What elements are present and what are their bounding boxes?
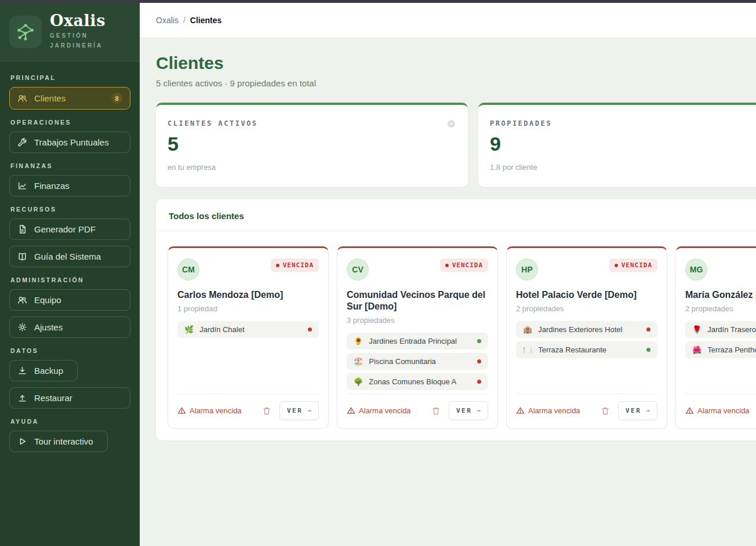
stat-value: 9 [490, 133, 756, 155]
client-name: Hotel Palacio Verde [Demo] [516, 289, 657, 301]
property-emoji-icon: 🌹 [692, 325, 702, 334]
badge-dot-icon [276, 264, 279, 267]
avatar: CM [177, 259, 199, 281]
content: Clientes 5 clientes activos · 9 propieda… [140, 38, 756, 464]
delete-client-button[interactable] [601, 406, 610, 416]
property-emoji-icon: 🏨 [523, 325, 532, 334]
sidebar-item-clientes[interactable]: Clientes 8 [9, 87, 130, 110]
property-emoji-icon: 🍽️ [523, 345, 532, 354]
arrow-right-icon: → [646, 407, 650, 414]
breadcrumb-current: Clientes [190, 16, 221, 25]
delete-client-button[interactable] [431, 406, 441, 416]
sidebar-section-recursos: RECURSOS Generador PDF Guía del Sistema [9, 206, 130, 267]
property-status-dot [477, 359, 481, 363]
window-top-bar [0, 0, 756, 3]
sidebar-section-label: PRINCIPAL [10, 74, 130, 81]
sidebar-section-label: RECURSOS [10, 206, 130, 213]
sidebar-section-operaciones: OPERACIONES Trabajos Puntuales [9, 119, 130, 153]
sidebar-item-finanzas[interactable]: Finanzas [9, 175, 130, 196]
client-property-count: 2 propiedades [685, 304, 756, 313]
property-row: 🌻 Jardines Entrada Principal [347, 333, 488, 350]
overdue-alarm: Alarma vencida [516, 406, 580, 415]
card-footer: Alarma vencida VER→ [685, 394, 756, 420]
property-row: 🌹 Jardín Trasero [685, 321, 756, 338]
property-name: Jardines Entrada Principal [369, 337, 457, 345]
warning-icon [516, 406, 525, 415]
breadcrumb: Oxalis / Clientes [140, 3, 756, 38]
avatar: HP [516, 259, 538, 281]
property-emoji-icon: 🌻 [354, 337, 363, 345]
view-client-button[interactable]: VER→ [618, 401, 657, 420]
stat-card-propiedades: PROPIEDADES 9 1.8 por cliente [478, 103, 756, 187]
sidebar-item-restaurar[interactable]: Restaurar [9, 387, 130, 409]
property-status-dot [477, 339, 481, 343]
sidebar-item-label: Restaurar [34, 393, 72, 403]
arrow-right-icon: → [477, 407, 481, 414]
sidebar-item-guia-del-sistema[interactable]: Guía del Sistema [9, 246, 130, 267]
property-emoji-icon: 🌺 [692, 345, 702, 354]
sidebar-item-label: Clientes [34, 93, 66, 103]
status-badge: VENCIDA [440, 259, 488, 272]
view-client-button[interactable]: VER→ [449, 401, 488, 420]
property-name: Jardín Trasero [707, 325, 756, 334]
brand-logo[interactable]: Oxalis GESTIÓN JARDINERÍA [0, 3, 140, 61]
breadcrumb-separator: / [183, 16, 186, 25]
sidebar-item-label: Tour interactivo [34, 436, 93, 446]
trash-icon [601, 406, 610, 416]
delete-client-button[interactable] [262, 406, 271, 416]
stats-row: CLIENTES ACTIVOS 5 en tu empresa PROPIED… [156, 103, 756, 187]
client-card-carlos-mendoza-demo: CM VENCIDA Carlos Mendoza [Demo] 1 propi… [168, 246, 329, 429]
sidebar: Oxalis GESTIÓN JARDINERÍA PRINCIPAL Clie… [0, 0, 140, 546]
sidebar-item-generador-pdf[interactable]: Generador PDF [9, 219, 130, 240]
sidebar-section-label: ADMINISTRACIÓN [10, 276, 130, 283]
client-name: Carlos Mendoza [Demo] [177, 289, 319, 301]
client-name: María González [Demo] [685, 289, 756, 301]
property-name: Terraza Penthouse [707, 345, 756, 354]
property-emoji-icon: 🌳 [354, 377, 363, 386]
trash-icon [431, 406, 441, 416]
sidebar-item-backup[interactable]: Backup [9, 360, 78, 381]
play-icon [17, 436, 27, 446]
client-card-comunidad-vecinos-parque-del-sur-demo: CV VENCIDA Comunidad Vecinos Parque del … [337, 246, 498, 429]
property-row: 🏨 Jardines Exteriores Hotel [516, 321, 657, 338]
client-card-hotel-palacio-verde-demo: HP VENCIDA Hotel Palacio Verde [Demo] 2 … [506, 246, 667, 429]
badge-dot-icon [445, 264, 449, 267]
sidebar-section-label: FINANZAS [10, 162, 130, 169]
view-client-button[interactable]: VER→ [279, 401, 319, 420]
property-emoji-icon: 🏖️ [354, 357, 363, 366]
sidebar-section-label: AYUDA [10, 418, 130, 425]
property-status-dot [646, 327, 650, 332]
users-icon [17, 295, 27, 305]
file-icon [17, 224, 27, 234]
upload-icon [17, 393, 27, 403]
sidebar-item-trabajos-puntuales[interactable]: Trabajos Puntuales [9, 132, 130, 153]
card-footer: Alarma vencida VER→ [516, 394, 657, 420]
overdue-alarm: Alarma vencida [685, 406, 750, 415]
sidebar-item-ajustes[interactable]: Ajustes [9, 316, 130, 338]
sidebar-section-ayuda: AYUDA Tour interactivo [9, 418, 130, 452]
badge-dot-icon [615, 264, 618, 267]
sidebar-nav: PRINCIPAL Clientes 8 OPERACIONES Trabajo… [0, 61, 140, 452]
property-name: Terraza Restaurante [538, 345, 606, 354]
property-list: 🌻 Jardines Entrada Principal 🏖️ Piscina … [347, 333, 488, 394]
property-name: Piscina Comunitaria [369, 357, 436, 366]
status-badge: VENCIDA [609, 259, 657, 272]
property-list: 🏨 Jardines Exteriores Hotel 🍽️ Terraza R… [516, 321, 657, 362]
property-list: 🌿 Jardín Chalet [177, 321, 319, 341]
stat-note: 1.8 por cliente [490, 163, 756, 172]
overdue-alarm: Alarma vencida [177, 406, 242, 415]
avatar: CV [347, 259, 369, 281]
property-row: 🌺 Terraza Penthouse [685, 341, 756, 358]
property-status-dot [477, 380, 481, 384]
sidebar-item-equipo[interactable]: Equipo [9, 289, 130, 311]
client-property-count: 2 propiedades [516, 304, 657, 313]
sidebar-item-label: Finanzas [34, 181, 70, 191]
sidebar-section-datos: DATOS Backup Restaurar [9, 347, 130, 409]
property-name: Jardín Chalet [199, 325, 244, 334]
brand-subtitle: GESTIÓN JARDINERÍA [50, 31, 106, 50]
page-title: Clientes [156, 53, 756, 73]
page-subtitle: 5 clientes activos · 9 propiedades en to… [156, 78, 756, 88]
breadcrumb-root-link[interactable]: Oxalis [156, 16, 179, 25]
sidebar-item-tour-interactivo[interactable]: Tour interactivo [9, 431, 108, 452]
client-name: Comunidad Vecinos Parque del Sur [Demo] [347, 289, 488, 312]
